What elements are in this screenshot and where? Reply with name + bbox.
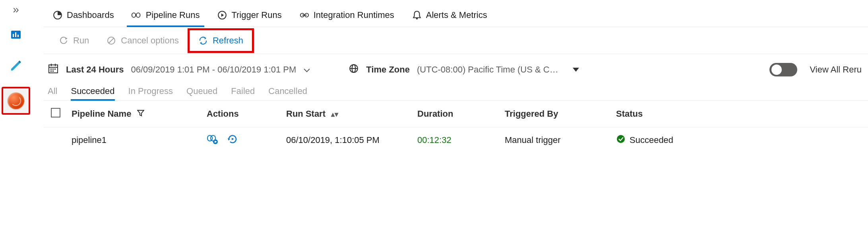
refresh-button-highlight: Refresh (188, 28, 254, 53)
refresh-icon (198, 36, 208, 45)
column-header-status[interactable]: Status (612, 101, 868, 127)
tab-pipeline-runs[interactable]: Pipeline Runs (123, 3, 209, 27)
cell-duration: 00:12:32 (413, 127, 501, 153)
pipeline-icon (132, 10, 142, 20)
top-pivot-nav: Dashboards Pipeline Runs Trigger Runs In… (44, 0, 868, 27)
chevron-down-icon[interactable] (303, 65, 310, 75)
svg-rect-7 (132, 13, 136, 17)
column-header-triggered-by[interactable]: Triggered By (501, 101, 612, 127)
svg-rect-23 (50, 68, 52, 70)
rail-expand-button[interactable]: » (13, 4, 19, 19)
status-tab-queued[interactable]: Queued (186, 86, 217, 100)
command-toolbar: Run Cancel options Refresh (44, 27, 868, 54)
svg-rect-2 (15, 32, 16, 37)
cancel-icon (107, 36, 116, 45)
status-tab-all[interactable]: All (48, 86, 57, 100)
button-label: Cancel options (121, 35, 179, 46)
svg-rect-3 (17, 35, 19, 37)
svg-rect-26 (50, 70, 52, 72)
rail-item-author[interactable] (6, 56, 26, 76)
svg-marker-14 (65, 37, 68, 40)
status-tab-failed[interactable]: Failed (231, 86, 255, 100)
pencil-icon (10, 59, 22, 72)
svg-marker-10 (221, 13, 224, 17)
calendar-icon[interactable] (48, 63, 59, 76)
run-button: Run (50, 31, 98, 51)
tab-label: Integration Runtimes (314, 10, 394, 20)
status-text: Succeeded (630, 135, 673, 145)
column-header-pipeline-name[interactable]: Pipeline Name (68, 101, 203, 127)
svg-marker-17 (205, 37, 206, 39)
select-all-header[interactable] (44, 101, 68, 127)
svg-marker-18 (200, 42, 202, 44)
tab-dashboards[interactable]: Dashboards (44, 3, 123, 27)
toggle-knob (771, 65, 782, 75)
svg-line-16 (109, 38, 114, 43)
timezone-value[interactable]: (UTC-08:00) Pacific Time (US & Ca... (417, 65, 560, 75)
left-nav-rail: » (0, 0, 32, 225)
success-check-icon (616, 134, 626, 146)
view-activity-runs-icon[interactable] (207, 133, 219, 147)
tab-trigger-runs[interactable]: Trigger Runs (208, 3, 290, 27)
globe-icon (349, 63, 359, 76)
column-header-actions: Actions (203, 101, 282, 127)
svg-rect-8 (136, 13, 140, 17)
svg-rect-27 (52, 70, 54, 72)
status-tab-succeeded[interactable]: Succeeded (71, 86, 114, 100)
filter-bar: Last 24 Hours 06/09/2019 1:01 PM - 06/10… (44, 54, 868, 80)
svg-rect-25 (54, 68, 56, 70)
svg-point-38 (617, 135, 625, 143)
status-tab-inprogress[interactable]: In Progress (128, 86, 173, 100)
cell-run-start: 06/10/2019, 1:10:05 PM (282, 127, 413, 153)
run-icon (59, 36, 68, 45)
tab-alerts-metrics[interactable]: Alerts & Metrics (403, 3, 496, 27)
sort-icon[interactable]: ▴▾ (331, 110, 338, 118)
tab-label: Pipeline Runs (146, 10, 200, 20)
button-label: Refresh (213, 35, 243, 46)
bell-icon (412, 10, 422, 20)
play-circle-icon (217, 10, 227, 20)
rerun-icon[interactable] (227, 133, 238, 147)
cell-pipeline-name[interactable]: pipeline1 (68, 127, 203, 153)
checkbox-icon[interactable] (51, 108, 60, 117)
column-header-duration[interactable]: Duration (413, 101, 501, 127)
main-content: Dashboards Pipeline Runs Trigger Runs In… (32, 0, 868, 225)
svg-point-13 (416, 18, 418, 19)
cell-actions (203, 127, 282, 153)
time-range-value[interactable]: 06/09/2019 1:01 PM - 06/10/2019 1:01 PM (131, 65, 296, 75)
dashboard-icon (52, 10, 63, 20)
funnel-icon[interactable] (137, 109, 144, 119)
tab-label: Alerts & Metrics (426, 10, 487, 20)
gauge-icon (8, 92, 24, 109)
svg-marker-4 (11, 62, 20, 70)
status-tab-cancelled[interactable]: Cancelled (268, 86, 307, 100)
svg-rect-1 (13, 34, 14, 37)
button-label: Run (73, 35, 89, 46)
rail-item-home[interactable] (6, 25, 26, 45)
time-range-label: Last 24 Hours (66, 65, 124, 75)
cell-triggered-by: Manual trigger (501, 127, 612, 153)
chart-report-icon (10, 28, 22, 41)
view-all-reruns-label: View All Reru (810, 65, 862, 75)
tab-label: Trigger Runs (231, 10, 281, 20)
cancel-options-button: Cancel options (98, 31, 188, 51)
cell-status: Succeeded (612, 127, 868, 153)
refresh-button[interactable]: Refresh (190, 31, 252, 51)
runs-table: Pipeline Name Actions Run Start ▴▾ Durat… (44, 101, 868, 153)
timezone-label: Time Zone (366, 65, 410, 75)
timezone-dropdown-caret[interactable] (573, 68, 579, 72)
column-header-run-start[interactable]: Run Start ▴▾ (282, 101, 413, 127)
tab-integration-runtimes[interactable]: Integration Runtimes (291, 3, 403, 27)
table-row[interactable]: pipeline1 06/10/2019, 1:10:05 PM 00:12:3… (44, 127, 868, 153)
svg-rect-24 (52, 68, 54, 70)
status-filter-tabs: All Succeeded In Progress Queued Failed … (44, 80, 868, 101)
tab-label: Dashboards (67, 10, 114, 20)
svg-marker-31 (138, 110, 144, 116)
rail-item-monitor[interactable] (2, 87, 30, 115)
integration-icon (299, 10, 310, 20)
view-all-reruns-toggle[interactable] (769, 63, 797, 76)
svg-marker-37 (232, 138, 234, 140)
